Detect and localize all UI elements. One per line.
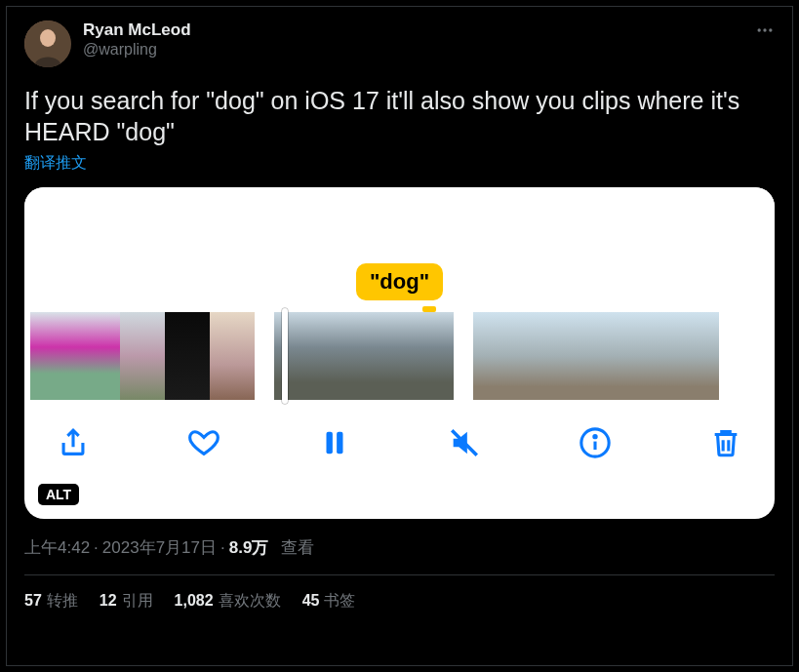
search-token-badge: "dog" [356,263,443,300]
svg-point-10 [594,435,596,437]
clip-frame [75,312,120,400]
clip-frame [364,312,409,400]
svg-rect-6 [337,432,342,455]
media-attachment[interactable]: "dog" [24,187,775,519]
clip-frame [210,312,255,400]
search-token-wrap: "dog" [24,263,775,300]
svg-point-2 [758,28,761,31]
clip-frame [409,312,454,400]
trash-icon[interactable] [706,423,745,462]
clip-frame [514,312,555,400]
clip-frame [120,312,165,400]
clip-group[interactable] [274,312,454,400]
svg-point-3 [763,28,766,31]
tweet-time[interactable]: 上午4:42 [24,536,90,559]
views-label: 查看 [281,536,314,559]
clip-frame [30,312,75,400]
mute-icon[interactable] [445,423,484,462]
clip-frame [678,312,719,400]
share-icon[interactable] [54,423,93,462]
heart-icon[interactable] [184,423,223,462]
svg-rect-5 [326,432,332,455]
info-icon[interactable] [576,423,615,462]
quotes-stat[interactable]: 12 引用 [100,591,153,612]
tweet-header: Ryan McLeod @warpling [24,20,775,67]
bookmarks-stat[interactable]: 45 书签 [302,591,356,612]
clip-frame [637,312,678,400]
user-info: Ryan McLeod @warpling [83,20,191,59]
video-filmstrip[interactable] [24,312,775,400]
timestamp-row: 上午4:42 · 2023年7月17日 · 8.9万 查看 [24,536,775,559]
alt-badge[interactable]: ALT [38,484,79,505]
clip-group[interactable] [30,312,255,400]
clip-frame [274,312,319,400]
svg-point-1 [40,29,56,47]
clip-frame [473,312,514,400]
translate-link[interactable]: 翻译推文 [24,153,87,174]
playhead[interactable] [282,308,288,404]
tweet-date[interactable]: 2023年7月17日 [102,536,217,559]
svg-point-4 [769,28,772,31]
clip-frame [165,312,210,400]
likes-stat[interactable]: 1,082 喜欢次数 [175,591,281,612]
media-toolbar [24,400,775,462]
stats-row: 57 转推 12 引用 1,082 喜欢次数 45 书签 [24,575,775,612]
clip-frame [596,312,637,400]
avatar[interactable] [24,20,71,67]
retweets-stat[interactable]: 57 转推 [24,591,78,612]
tweet-text: If you search for "dog" on iOS 17 it'll … [24,85,775,147]
media-top-spacer [24,187,775,271]
user-handle[interactable]: @warpling [83,40,191,59]
clip-frame [555,312,596,400]
views-count: 8.9万 [229,536,269,559]
more-menu-button[interactable] [755,20,775,44]
display-name[interactable]: Ryan McLeod [83,20,191,40]
clip-group[interactable] [473,312,719,400]
clip-frame [319,312,364,400]
pause-icon[interactable] [315,423,354,462]
tweet-container: Ryan McLeod @warpling If you search for … [6,6,793,666]
